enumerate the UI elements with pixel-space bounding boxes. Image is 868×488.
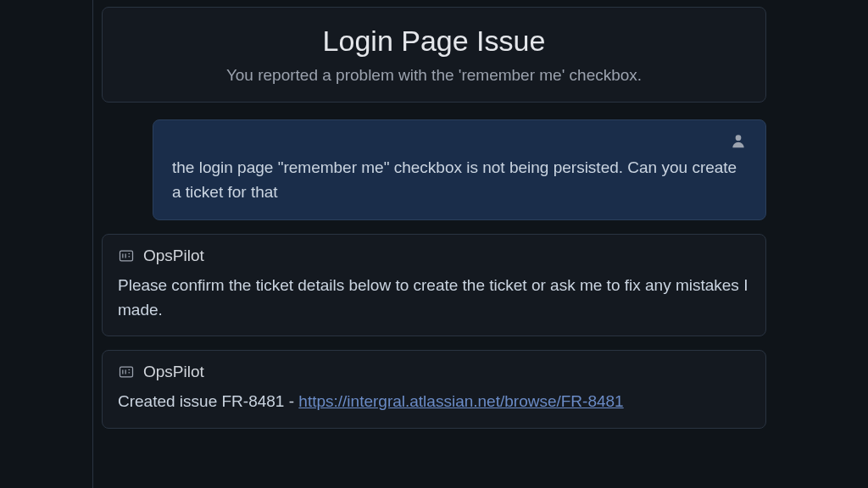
user-message: the login page "remember me" checkbox is… (153, 119, 766, 220)
svg-rect-6 (120, 367, 133, 377)
user-message-header (172, 132, 747, 149)
bot-message-text: Created issue FR-8481 - https://intergra… (118, 390, 750, 414)
bot-name: OpsPilot (143, 363, 204, 381)
bot-message-header: OpsPilot (118, 363, 750, 381)
bot-icon (118, 247, 135, 264)
svg-point-0 (736, 135, 742, 141)
header-card: Login Page Issue You reported a problem … (102, 7, 766, 103)
bot-icon (118, 363, 135, 380)
bot-message-header: OpsPilot (118, 247, 750, 265)
svg-rect-1 (120, 251, 133, 261)
main-content: Login Page Issue You reported a problem … (102, 0, 766, 429)
sidebar-divider (0, 0, 93, 488)
bot-name: OpsPilot (143, 247, 204, 265)
bot-message-prefix: Created issue FR-8481 - (118, 392, 298, 410)
bot-message-text: Please confirm the ticket details below … (118, 274, 750, 322)
page-title: Login Page Issue (123, 25, 745, 58)
user-icon (730, 132, 747, 149)
bot-message-2: OpsPilot Created issue FR-8481 - https:/… (102, 350, 766, 429)
page-subtitle: You reported a problem with the 'remembe… (123, 66, 745, 85)
issue-link[interactable]: https://intergral.atlassian.net/browse/F… (298, 392, 623, 410)
bot-message-1: OpsPilot Please confirm the ticket detai… (102, 234, 766, 336)
user-message-text: the login page "remember me" checkbox is… (172, 156, 747, 204)
